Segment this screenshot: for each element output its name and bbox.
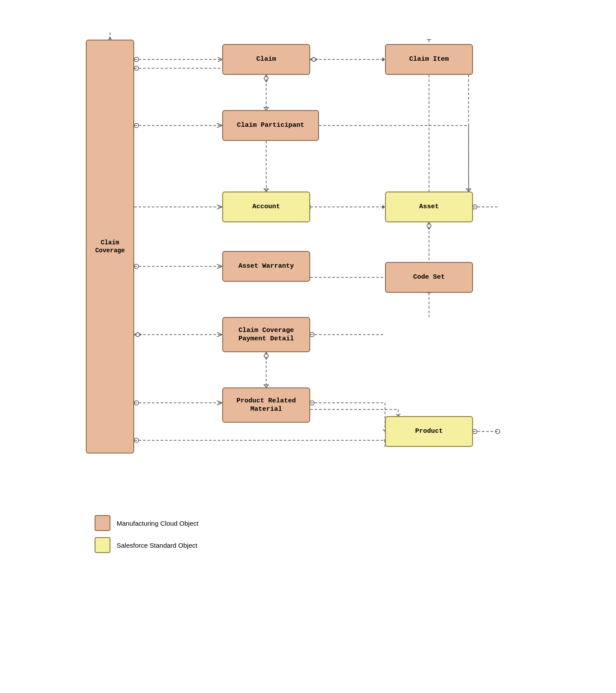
claim-node: Claim xyxy=(222,44,310,75)
claim-item-label: Claim Item xyxy=(409,55,449,64)
claim-coverage-label: Claim Coverage xyxy=(92,239,128,254)
prm-label: Product Related Material xyxy=(228,397,304,414)
legend: Manufacturing Cloud Object Salesforce St… xyxy=(77,515,539,553)
claim-coverage-node: Claim Coverage xyxy=(86,40,134,453)
code-set-node: Code Set xyxy=(385,262,473,293)
account-label: Account xyxy=(252,203,280,211)
claim-participant-node: Claim Participant xyxy=(222,110,319,141)
asset-label: Asset xyxy=(419,203,439,211)
product-node: Product xyxy=(385,416,473,447)
prm-node: Product Related Material xyxy=(222,387,310,423)
asset-warranty-node: Asset Warranty xyxy=(222,251,310,282)
claim-label: Claim xyxy=(256,55,276,64)
legend-manufacturing: Manufacturing Cloud Object xyxy=(95,515,539,531)
asset-node: Asset xyxy=(385,192,473,222)
code-set-label: Code Set xyxy=(413,273,445,282)
legend-salesforce-box xyxy=(95,537,110,553)
product-label: Product xyxy=(415,427,443,436)
claim-participant-label: Claim Participant xyxy=(237,121,304,130)
legend-salesforce: Salesforce Standard Object xyxy=(95,537,539,553)
account-node: Account xyxy=(222,192,310,222)
legend-manufacturing-label: Manufacturing Cloud Object xyxy=(117,520,198,527)
legend-salesforce-label: Salesforce Standard Object xyxy=(117,542,197,549)
ccpd-label: Claim Coverage Payment Detail xyxy=(228,326,304,343)
legend-manufacturing-box xyxy=(95,515,110,531)
claim-item-node: Claim Item xyxy=(385,44,473,75)
diagram-container: Claim Coverage Claim Claim Item Claim Pa… xyxy=(77,18,539,502)
asset-warranty-label: Asset Warranty xyxy=(238,262,294,271)
ccpd-node: Claim Coverage Payment Detail xyxy=(222,317,310,352)
